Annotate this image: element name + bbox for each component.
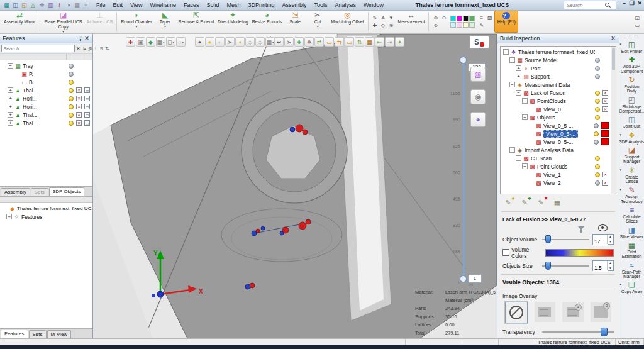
overlay-none-option[interactable] (505, 302, 528, 323)
tree-row[interactable]: +▲Thal...✕▭ (0, 111, 92, 119)
view-options-button[interactable]: ▧ (470, 67, 486, 82)
tab-assembly[interactable]: Assembly (1, 188, 30, 196)
rail-add-3dp-component-button[interactable]: ✚Add 3DP Component (619, 55, 644, 75)
transform-tools-icon[interactable]: ⇥ (385, 37, 394, 47)
ucs-icon[interactable]: ✚ (38, 1, 45, 9)
tree-scrollbar[interactable] (611, 47, 616, 194)
overlay-full-option[interactable]: 2 (591, 302, 612, 322)
color-swatch[interactable] (601, 130, 609, 137)
tree-row[interactable]: +◗Part (502, 64, 611, 72)
object-volume-slider[interactable] (542, 235, 589, 244)
transform-tools-icon[interactable]: ❖ (304, 37, 314, 47)
tree-row[interactable]: ▩View_0_5-... (502, 130, 611, 138)
tree-row[interactable]: −▦Source Model (502, 56, 611, 64)
lock-box-icon[interactable]: ▭ (84, 87, 90, 93)
visibility-bulb-icon[interactable] (595, 107, 600, 112)
tree-row[interactable]: −▩Objects (502, 113, 611, 121)
tree-row[interactable]: ▣P.✕▭ (0, 70, 92, 78)
visibility-bulb-icon[interactable] (595, 172, 600, 177)
tree-row[interactable]: ▩View_1✕ (502, 170, 611, 179)
visibility-bulb-icon[interactable] (595, 115, 600, 120)
transform-tools-icon[interactable]: ✚ (294, 37, 304, 47)
clipboard-icon[interactable]: ▥ (47, 1, 54, 9)
visibility-bulb-icon[interactable] (69, 113, 74, 118)
save-icon[interactable]: ◫ (12, 1, 19, 9)
ribbon-scale-button[interactable]: ⇲Scale (284, 11, 306, 33)
magnify-preview-button[interactable]: ◉ (470, 89, 486, 104)
ucs-tools-icon[interactable]: ◆ (146, 37, 155, 47)
tree-row[interactable]: −▩CT Scan (502, 154, 611, 162)
maximize-button[interactable]: ❒ (629, 0, 634, 6)
ucs-tools-icon[interactable]: ▣ (136, 37, 145, 47)
red-defect-dot[interactable] (299, 222, 306, 230)
blue-defect-dot[interactable] (245, 284, 250, 289)
ribbon-activate-ucs-button[interactable]: ⊥Activate UCS (85, 11, 115, 33)
ucs-tools-icon[interactable]: ▦▾ (156, 37, 165, 47)
visibility-tools-icon[interactable]: ● (195, 37, 204, 47)
rail-support-manager-button[interactable]: ◪Support Manager (619, 145, 644, 165)
lock-box-icon[interactable]: ▭ (84, 104, 90, 109)
ribbon-plane-parallel-ucs-copy-button[interactable]: ◪Plane Parallel UCS Copy▾ (42, 11, 85, 33)
spinner-arrows[interactable]: ▲▼ (607, 235, 613, 244)
expand-icon[interactable]: − (516, 155, 521, 161)
section-sphere-button[interactable]: ◕ (470, 112, 486, 127)
tree-filter-icon[interactable]: ⇅ (104, 46, 110, 52)
tree-filter-icon[interactable]: S (99, 46, 104, 52)
blue-defect-dot[interactable] (261, 226, 265, 230)
color-swatch[interactable] (457, 16, 462, 21)
visibility-bulb-icon[interactable] (69, 96, 74, 101)
list-icon[interactable]: ≡ (82, 1, 89, 9)
slice-slider-top-handle[interactable] (460, 57, 467, 64)
display-tools-icon[interactable]: ▨ (486, 14, 493, 21)
expand-icon[interactable]: − (522, 114, 528, 120)
color-swatch[interactable] (469, 16, 475, 21)
menu-solid[interactable]: Solid (203, 1, 223, 9)
expand-icon[interactable]: + (8, 96, 13, 101)
tree-row[interactable]: +▲Thal...✕▭ (0, 86, 92, 94)
color-swatch[interactable] (457, 22, 462, 28)
transform-tools-icon[interactable]: ⇤ (375, 37, 384, 47)
object-volume-spinbox[interactable]: ▲▼ (592, 234, 614, 245)
tree-row[interactable]: ▩View_0✕ (502, 105, 611, 113)
color-swatch[interactable] (601, 122, 609, 129)
red-defect-dot[interactable] (306, 219, 311, 224)
object-volume-input[interactable] (593, 238, 608, 246)
visibility-bulb-icon[interactable] (595, 156, 600, 161)
visibility-tools-icon[interactable]: ◇ (255, 37, 265, 47)
tab-sets[interactable]: Sets (29, 330, 47, 338)
tree-filter-icon[interactable]: ! (93, 46, 99, 52)
features-search-input[interactable] (1, 45, 75, 52)
transform-tools-icon[interactable]: ↩ (274, 37, 284, 47)
color-swatch[interactable] (450, 22, 456, 28)
view-cube-button[interactable]: S (469, 35, 489, 49)
menu-edit[interactable]: Edit (109, 1, 127, 9)
blue-defect-dot[interactable] (252, 231, 257, 236)
filter-icon[interactable] (578, 226, 584, 230)
open-folder-icon[interactable]: ◱ (21, 1, 28, 9)
stats-collapse-icon[interactable]: ^ (458, 280, 460, 286)
expand-icon[interactable]: + (8, 87, 13, 93)
tree-row[interactable]: −▩Lack of Fusion✕ (502, 89, 611, 97)
tree-row[interactable]: + ✧ Features (0, 213, 92, 221)
annotation-tools-icon[interactable]: ✎ (372, 14, 379, 21)
display-tools-icon[interactable]: ✎ (478, 22, 485, 29)
visibility-tools-icon[interactable]: ▦▾ (265, 37, 275, 47)
tree-row[interactable]: −◈Measurement Data (502, 80, 611, 89)
color-swatch[interactable] (450, 16, 456, 21)
lock-box-icon[interactable]: ▭ (84, 120, 90, 126)
annotation-tools-icon[interactable]: ◇ (380, 22, 387, 29)
color-swatch[interactable] (601, 138, 609, 145)
tab-3dp-objects[interactable]: 3DP Objects (49, 187, 85, 196)
tree-row[interactable]: +▥Support (502, 72, 611, 80)
transform-tools-icon[interactable]: ▭ (325, 37, 334, 47)
slice-slider-track[interactable] (463, 59, 465, 279)
tree-row[interactable]: +▲Thal...✕▭ (0, 119, 92, 127)
new-model-icon[interactable]: △ (30, 1, 36, 9)
visibility-bulb-icon[interactable] (595, 164, 600, 169)
menu-mesh[interactable]: Mesh (223, 1, 244, 9)
expand-icon[interactable]: − (522, 163, 528, 169)
annotation-tools-icon[interactable]: A (380, 14, 387, 21)
overlay-slice-option[interactable] (535, 302, 556, 322)
panel-close-icon[interactable]: ✕ (610, 35, 616, 42)
expand-icon[interactable]: + (516, 65, 521, 71)
